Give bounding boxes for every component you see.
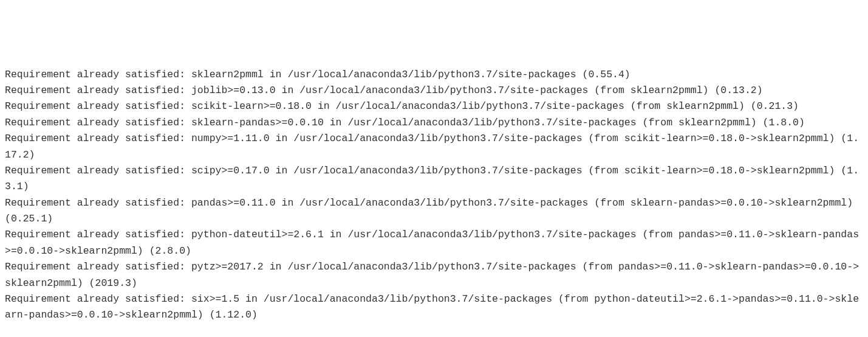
terminal-output: Requirement already satisfied: sklearn2p… [5,67,863,324]
pip-output-line: Requirement already satisfied: scikit-le… [5,99,863,114]
pip-output-line: Requirement already satisfied: sklearn-p… [5,115,863,131]
pip-output-line: Requirement already satisfied: pytz>=201… [5,259,863,291]
pip-output-line: Requirement already satisfied: scipy>=0.… [5,163,863,195]
pip-output-line: Requirement already satisfied: pandas>=0… [5,195,863,228]
pip-output-line: Requirement already satisfied: six>=1.5 … [5,291,863,324]
pip-output-line: Requirement already satisfied: python-da… [5,227,863,259]
pip-output-line: Requirement already satisfied: numpy>=1.… [5,131,863,163]
pip-output-line: Requirement already satisfied: sklearn2p… [5,67,863,83]
pip-output-line: Requirement already satisfied: joblib>=0… [5,83,863,99]
